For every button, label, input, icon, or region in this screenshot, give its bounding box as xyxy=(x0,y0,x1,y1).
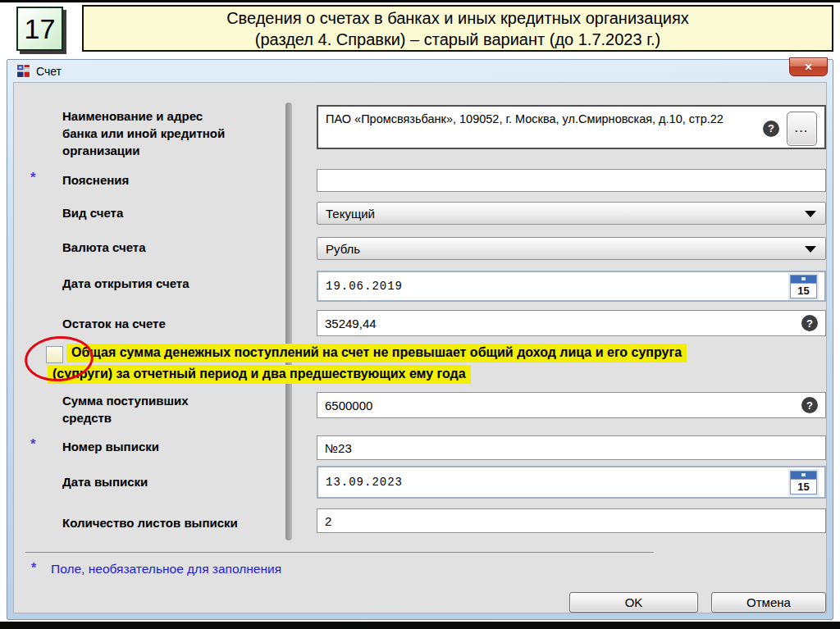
incoming-sum-label: Сумма поступивших средств xyxy=(62,392,299,426)
currency-select[interactable]: Рубль xyxy=(317,237,826,260)
browse-ellipsis-button[interactable]: ... xyxy=(787,112,817,146)
comments-label: Пояснения xyxy=(62,171,299,189)
slide-title-banner: Сведения о счетах в банках и иных кредит… xyxy=(82,5,833,52)
incoming-sum-field[interactable]: 6500000 ? xyxy=(317,392,826,418)
dialog-content: Наименование и адрес банка или иной кред… xyxy=(13,82,827,613)
cancel-button[interactable]: Отмена xyxy=(711,592,826,613)
account-dialog-icon xyxy=(16,64,30,78)
calendar-icon-day: 15 xyxy=(791,479,816,494)
required-mark: * xyxy=(30,170,43,186)
close-icon: ✕ xyxy=(804,62,812,73)
open-date-value: 19.06.2019 xyxy=(326,280,403,293)
calendar-icon[interactable]: 15 xyxy=(790,275,817,299)
dialog-title: Счет xyxy=(36,65,62,78)
dialog-titlebar[interactable]: Счет xyxy=(7,60,833,82)
open-date-label: Дата открытия счета xyxy=(62,275,299,292)
balance-field[interactable]: 35249,44 ? xyxy=(317,310,826,336)
account-dialog: Счет ✕ Наименование и адрес банка или ин… xyxy=(7,59,833,620)
frame-top-border xyxy=(0,0,840,2)
bank-name-field[interactable]: ПАО «Промсвязьбанк», 109052, г. Москва, … xyxy=(317,105,826,149)
banner-line2: (раздел 4. Справки) – старый вариант (до… xyxy=(255,29,660,50)
footnote-mark: * xyxy=(31,561,36,576)
currency-value: Рубль xyxy=(326,242,360,256)
footnote-text: Поле, необязательное для заполнения xyxy=(51,562,281,577)
dropdown-arrow-icon xyxy=(805,246,816,253)
currency-label: Валюта счета xyxy=(62,239,299,256)
account-type-select[interactable]: Текущий xyxy=(317,202,826,225)
balance-label: Остаток на счете xyxy=(62,315,299,332)
ok-button[interactable]: OK xyxy=(569,592,698,613)
statement-date-field[interactable]: 13.09.2023 15 xyxy=(317,466,826,499)
statement-date-label: Дата выписки xyxy=(62,473,299,490)
statement-number-label: Номер выписки xyxy=(62,438,299,455)
income-checkbox-label-line1: Общая сумма денежных поступлений на счет… xyxy=(66,344,687,362)
sheets-count-label: Количество листов выписки xyxy=(62,514,299,531)
close-button[interactable]: ✕ xyxy=(789,57,828,76)
statement-number-field[interactable]: №23 xyxy=(317,435,826,460)
banner-line1: Сведения о счетах в банках и иных кредит… xyxy=(226,7,689,29)
bank-name-value: ПАО «Промсвязьбанк», 109052, г. Москва, … xyxy=(326,109,763,127)
comments-input[interactable] xyxy=(317,169,826,192)
footer-divider xyxy=(25,552,654,553)
slide: 17 Сведения о счетах в банках и иных кре… xyxy=(0,0,840,629)
help-icon[interactable]: ? xyxy=(801,397,818,413)
calendar-icon-header xyxy=(791,276,816,283)
balance-value: 35249,44 xyxy=(325,317,801,330)
sheets-count-value: 2 xyxy=(325,514,818,528)
dropdown-arrow-icon xyxy=(805,211,816,217)
required-mark: * xyxy=(30,436,43,453)
help-icon[interactable]: ? xyxy=(801,315,818,331)
help-icon[interactable]: ? xyxy=(763,121,779,137)
calendar-icon[interactable]: 15 xyxy=(790,471,817,495)
account-type-value: Текущий xyxy=(326,207,375,221)
frame-bottom-border xyxy=(0,622,840,629)
statement-date-value: 13.09.2023 xyxy=(326,476,403,489)
incoming-sum-value: 6500000 xyxy=(325,399,801,412)
sheets-count-field[interactable]: 2 xyxy=(317,508,826,533)
calendar-icon-header xyxy=(791,472,816,479)
income-checkbox-label-line2: (супруги) за отчетный период и два предш… xyxy=(48,365,471,384)
bank-name-label: Наименование и адрес банка или иной кред… xyxy=(62,107,299,159)
slide-number-box: 17 xyxy=(16,7,63,51)
open-date-field[interactable]: 19.06.2019 15 xyxy=(317,271,826,302)
statement-number-value: №23 xyxy=(325,441,818,455)
account-type-label: Вид счета xyxy=(62,204,299,221)
calendar-icon-day: 15 xyxy=(791,283,816,298)
